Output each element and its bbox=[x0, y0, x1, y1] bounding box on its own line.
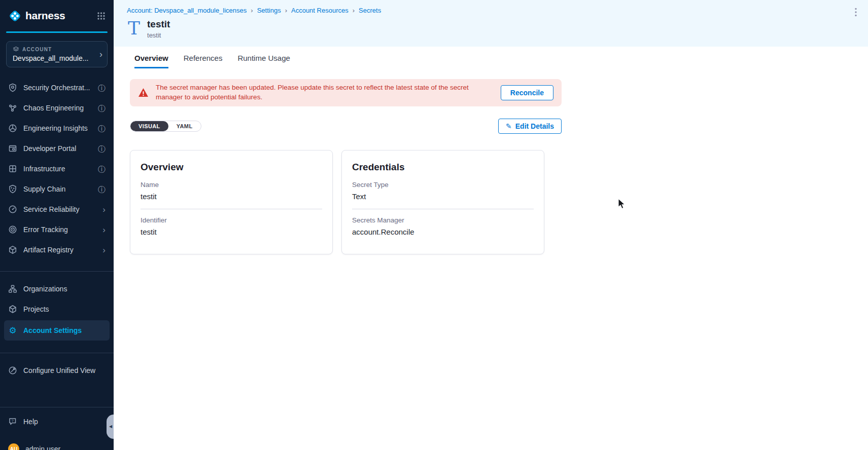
breadcrumb-settings-link[interactable]: Settings bbox=[257, 7, 281, 14]
collapse-left-icon: ◀ bbox=[109, 425, 112, 429]
field-value: account.Reconcile bbox=[352, 228, 534, 236]
sidebar-item-projects[interactable]: Projects bbox=[0, 299, 114, 319]
pencil-icon: ✎ bbox=[506, 123, 512, 130]
projects-icon bbox=[8, 305, 17, 314]
sidebar-item-label: Supply Chain bbox=[23, 185, 92, 193]
sidebar-item-service-reliability[interactable]: Service Reliability › bbox=[0, 199, 114, 219]
card-title: Credentials bbox=[352, 162, 534, 173]
info-icon[interactable]: ⓘ bbox=[98, 125, 106, 132]
sidebar-item-chaos-engineering[interactable]: Chaos Engineering ⓘ bbox=[0, 98, 114, 118]
field-label: Name bbox=[141, 181, 322, 189]
sidebar-item-organizations[interactable]: Organizations bbox=[0, 279, 114, 299]
sidebar-item-configure-unified-view[interactable]: Configure Unified View bbox=[0, 360, 114, 381]
sidebar-collapse-handle[interactable]: ◀ bbox=[107, 415, 114, 439]
info-icon[interactable]: ⓘ bbox=[98, 165, 106, 173]
toggle-visual[interactable]: VISUAL bbox=[130, 121, 168, 131]
info-icon[interactable]: ⓘ bbox=[98, 104, 106, 112]
sidebar-item-account-settings[interactable]: ⚙ Account Settings bbox=[4, 320, 110, 341]
breadcrumb-separator: › bbox=[251, 7, 253, 14]
sidebar: harness ACCOUNT Devspace_all_module... › bbox=[0, 0, 114, 450]
gear-icon: ⚙ bbox=[8, 326, 17, 335]
sidebar-item-developer-portal[interactable]: Developer Portal ⓘ bbox=[0, 138, 114, 159]
page-subtitle: testit bbox=[147, 31, 170, 39]
infrastructure-icon bbox=[8, 164, 17, 173]
sidebar-item-label: Projects bbox=[23, 305, 106, 313]
chevron-right-icon: › bbox=[102, 246, 106, 254]
help-icon: ? bbox=[8, 417, 17, 426]
engineering-insights-icon bbox=[8, 124, 17, 133]
breadcrumb-account-link[interactable]: Account: Devspace_all_module_licenses bbox=[127, 7, 247, 14]
module-grid-icon[interactable] bbox=[97, 12, 106, 20]
reconcile-button[interactable]: Reconcile bbox=[501, 85, 553, 100]
chaos-engineering-icon bbox=[8, 103, 17, 113]
field-label: Secrets Manager bbox=[352, 216, 534, 224]
tab-bar: Overview References Runtime Usage bbox=[114, 47, 868, 68]
developer-portal-icon bbox=[8, 144, 17, 153]
field-divider bbox=[352, 209, 534, 209]
account-scope-label: ACCOUNT bbox=[22, 47, 52, 52]
sidebar-item-error-tracking[interactable]: Error Tracking › bbox=[0, 219, 114, 240]
unified-view-icon bbox=[8, 366, 17, 375]
kebab-menu-icon[interactable] bbox=[853, 6, 859, 19]
account-name: Devspace_all_module... bbox=[13, 54, 94, 62]
brand-accent-line bbox=[6, 31, 108, 33]
sidebar-item-user-profile[interactable]: AU admin user bbox=[0, 439, 114, 450]
toggle-yaml[interactable]: YAML bbox=[168, 121, 201, 131]
field-label: Identifier bbox=[141, 216, 322, 224]
tab-overview[interactable]: Overview bbox=[134, 54, 168, 68]
layers-icon bbox=[13, 46, 19, 53]
harness-logo[interactable]: harness bbox=[8, 9, 65, 23]
sidebar-item-label: Organizations bbox=[23, 285, 106, 293]
sidebar-item-help[interactable]: ? Help bbox=[0, 411, 114, 432]
field-value: testit bbox=[141, 192, 322, 201]
sidebar-item-label: Developer Portal bbox=[23, 144, 92, 153]
info-icon[interactable]: ⓘ bbox=[98, 185, 106, 193]
sidebar-item-supply-chain[interactable]: Supply Chain ⓘ bbox=[0, 179, 114, 199]
tab-runtime-usage[interactable]: Runtime Usage bbox=[237, 54, 290, 68]
breadcrumb: Account: Devspace_all_module_licenses › … bbox=[127, 7, 381, 14]
sidebar-item-label: Engineering Insights bbox=[23, 124, 92, 132]
sidebar-divider bbox=[0, 271, 114, 272]
sidebar-item-artifact-registry[interactable]: Artifact Registry › bbox=[0, 240, 114, 260]
organizations-icon bbox=[8, 284, 17, 293]
info-icon[interactable]: ⓘ bbox=[98, 145, 106, 153]
field-value: Text bbox=[352, 192, 534, 201]
sidebar-divider bbox=[0, 407, 114, 407]
sidebar-item-label: Chaos Engineering bbox=[23, 104, 92, 112]
artifact-registry-icon bbox=[8, 245, 17, 254]
sidebar-item-infrastructure[interactable]: Infrastructure ⓘ bbox=[0, 159, 114, 179]
sidebar-item-label: Configure Unified View bbox=[23, 366, 106, 374]
field-label: Secret Type bbox=[352, 181, 534, 189]
visual-yaml-toggle: VISUAL YAML bbox=[130, 121, 201, 132]
account-switcher[interactable]: ACCOUNT Devspace_all_module... › bbox=[6, 41, 108, 67]
credentials-card: Credentials Secret Type Text Secrets Man… bbox=[341, 150, 544, 254]
sidebar-item-label: Artifact Registry bbox=[23, 246, 96, 254]
sidebar-item-label: Infrastructure bbox=[23, 165, 92, 173]
page-title: testit bbox=[147, 19, 170, 30]
breadcrumb-account-resources-link[interactable]: Account Resources bbox=[291, 7, 349, 14]
sidebar-item-security-orchestration[interactable]: Security Orchestrat... ⓘ bbox=[0, 78, 114, 98]
sidebar-item-label: Security Orchestrat... bbox=[23, 84, 92, 92]
sidebar-item-label: Error Tracking bbox=[23, 226, 96, 234]
info-icon[interactable]: ⓘ bbox=[98, 84, 106, 92]
edit-details-button[interactable]: ✎ Edit Details bbox=[498, 119, 562, 134]
secret-text-type-icon: T bbox=[128, 19, 140, 37]
toolbar: VISUAL YAML ✎ Edit Details bbox=[130, 119, 562, 134]
overview-card: Overview Name testit Identifier testit bbox=[130, 150, 333, 254]
chevron-right-icon: › bbox=[99, 50, 102, 59]
harness-logo-icon bbox=[8, 9, 22, 23]
breadcrumb-separator: › bbox=[285, 7, 287, 14]
chevron-right-icon: › bbox=[102, 226, 106, 234]
breadcrumb-secrets-link[interactable]: Secrets bbox=[359, 7, 381, 14]
sidebar-item-engineering-insights[interactable]: Engineering Insights ⓘ bbox=[0, 118, 114, 138]
tab-references[interactable]: References bbox=[184, 54, 223, 68]
user-name-label: admin user bbox=[25, 445, 106, 450]
error-tracking-icon bbox=[8, 225, 17, 234]
service-reliability-icon bbox=[8, 205, 17, 214]
breadcrumb-separator: › bbox=[353, 7, 355, 14]
sidebar-divider bbox=[0, 353, 114, 353]
field-divider bbox=[141, 209, 322, 209]
field-value: testit bbox=[141, 228, 322, 236]
edit-details-label: Edit Details bbox=[515, 122, 554, 130]
main-content: Account: Devspace_all_module_licenses › … bbox=[114, 0, 868, 450]
